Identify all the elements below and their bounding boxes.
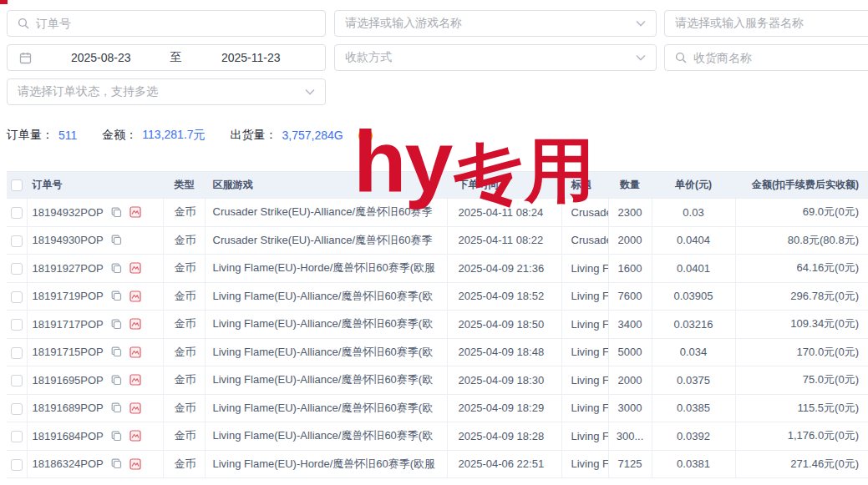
table-row[interactable]: 18194930POP 金币 Crusader Strike(EU)-Allia… xyxy=(7,226,868,255)
table-row[interactable]: 18194932POP 金币 Crusader Strike(EU)-Allia… xyxy=(7,199,868,227)
order-time-cell: 2025-04-06 22:51 xyxy=(447,450,561,478)
order-time-cell: 2025-04-09 18:48 xyxy=(447,338,561,366)
orders-table: 订单号类型区服游戏下单时间标题数量单价(元)金额(扣手续费后实收额) 18194… xyxy=(7,171,868,478)
server-name-select[interactable]: 请选择或输入服务器名称 xyxy=(664,10,868,37)
order-no-search-field[interactable] xyxy=(7,10,326,37)
order-number: 18194930POP xyxy=(33,234,104,246)
table-row[interactable]: 18191717POP 金币 Living Flame(EU)-Alliance… xyxy=(7,311,868,339)
volume-value: 3,757,284G xyxy=(282,129,343,142)
row-checkbox[interactable] xyxy=(11,235,23,247)
receipt-image-icon[interactable] xyxy=(129,374,141,386)
receipt-image-icon[interactable] xyxy=(129,430,141,442)
region-game-cell: Living Flame(EU)-Alliance/魔兽怀旧60赛季(欧 xyxy=(205,338,447,366)
help-question-icon[interactable]: ? xyxy=(358,129,373,143)
payment-method-placeholder: 收款方式 xyxy=(345,50,629,65)
copy-icon[interactable] xyxy=(111,402,122,413)
search-icon xyxy=(675,52,687,63)
amount-cell: 296.78元(0元) xyxy=(735,282,868,311)
region-game-cell: Living Flame(EU)-Horde/魔兽怀旧60赛季(欧服 xyxy=(205,450,447,478)
supplier-input[interactable] xyxy=(693,51,868,64)
copy-icon[interactable] xyxy=(111,235,122,245)
server-name-placeholder: 请选择或输入服务器名称 xyxy=(675,16,868,31)
copy-icon[interactable] xyxy=(111,375,122,386)
amount-cell: 75.0元(0元) xyxy=(735,366,868,395)
row-checkbox[interactable] xyxy=(11,431,23,442)
row-checkbox[interactable] xyxy=(11,263,23,275)
copy-icon[interactable] xyxy=(111,263,122,274)
table-row[interactable]: 18191715POP 金币 Living Flame(EU)-Alliance… xyxy=(7,338,868,366)
order-status-select[interactable]: 请选择订单状态，支持多选 xyxy=(7,78,326,105)
type-cell: 金币 xyxy=(163,199,205,227)
copy-icon[interactable] xyxy=(111,319,122,330)
copy-icon[interactable] xyxy=(111,290,122,301)
order-time-cell: 2025-04-11 08:22 xyxy=(447,226,561,255)
summary-stats: 订单量： 511 金额： 113,281.7元 出货量： 3,757,284G … xyxy=(7,127,373,144)
table-row[interactable]: 18191927POP 金币 Living Flame(EU)-Horde/魔兽… xyxy=(7,255,868,283)
title-cell: Living Flame xyxy=(561,450,608,478)
table-row[interactable]: 18191719POP 金币 Living Flame(EU)-Alliance… xyxy=(7,282,868,311)
order-time-cell: 2025-04-09 18:28 xyxy=(447,422,561,451)
row-checkbox[interactable] xyxy=(11,459,23,471)
row-checkbox[interactable] xyxy=(11,403,23,415)
copy-icon[interactable] xyxy=(111,458,122,469)
type-cell: 金币 xyxy=(163,450,205,478)
order-status-placeholder: 请选择订单状态，支持多选 xyxy=(18,84,298,99)
table-row[interactable]: 18191684POP 金币 Living Flame(EU)-Alliance… xyxy=(7,422,868,451)
row-checkbox[interactable] xyxy=(11,207,23,219)
type-cell: 金币 xyxy=(163,394,205,422)
column-header-order-time: 下单时间 xyxy=(447,172,561,199)
amount-value: 113,281.7元 xyxy=(142,128,205,143)
order-time-cell: 2025-04-09 18:52 xyxy=(447,282,561,311)
receipt-image-icon[interactable] xyxy=(129,262,141,274)
game-name-select[interactable]: 请选择或输入游戏名称 xyxy=(334,10,657,37)
table-row[interactable]: 18186324POP 金币 Living Flame(EU)-Horde/魔兽… xyxy=(7,450,868,478)
copy-icon[interactable] xyxy=(111,431,122,442)
title-cell: Living Flame xyxy=(561,422,608,451)
select-all-header-cell xyxy=(7,172,27,199)
region-game-cell: Living Flame(EU)-Alliance/魔兽怀旧60赛季(欧 xyxy=(205,394,447,422)
region-game-cell: Living Flame(EU)-Alliance/魔兽怀旧60赛季(欧 xyxy=(205,422,447,451)
date-end-value[interactable]: 2025-11-23 xyxy=(189,51,314,64)
title-cell: Living Flame xyxy=(561,394,608,422)
region-game-cell: Living Flame(EU)-Alliance/魔兽怀旧60赛季(欧 xyxy=(205,282,447,311)
receipt-image-icon[interactable] xyxy=(129,346,141,358)
quantity-cell: 2000 xyxy=(608,226,652,255)
date-range-picker[interactable]: 2025-08-23 至 2025-11-23 xyxy=(7,44,326,71)
select-all-checkbox[interactable] xyxy=(11,179,23,191)
date-start-value[interactable]: 2025-08-23 xyxy=(38,51,164,64)
title-cell: Crusader xyxy=(561,226,608,255)
order-number: 18191719POP xyxy=(33,290,104,302)
supplier-search-field[interactable] xyxy=(664,44,868,71)
quantity-cell: 3400 xyxy=(608,311,652,339)
copy-icon[interactable] xyxy=(111,207,122,218)
row-checkbox[interactable] xyxy=(11,291,23,303)
row-checkbox[interactable] xyxy=(11,319,23,331)
amount-cell: 109.34元(0元) xyxy=(735,311,868,339)
order-count-value: 511 xyxy=(58,129,77,142)
copy-icon[interactable] xyxy=(111,346,122,357)
receipt-image-icon[interactable] xyxy=(129,458,141,470)
column-header-amount: 金额(扣手续费后实收额) xyxy=(735,172,868,199)
receipt-image-icon[interactable] xyxy=(129,290,141,302)
amount-cell: 64.16元(0元) xyxy=(735,255,868,283)
order-number: 18191689POP xyxy=(33,402,104,414)
title-cell: Crusader xyxy=(561,199,608,227)
quantity-cell: 5000 xyxy=(608,338,652,366)
receipt-image-icon[interactable] xyxy=(129,206,141,218)
receipt-image-icon[interactable] xyxy=(129,318,141,330)
row-checkbox[interactable] xyxy=(11,347,23,359)
payment-method-select[interactable]: 收款方式 xyxy=(334,44,657,71)
unit-price-cell: 0.034 xyxy=(652,338,735,366)
receipt-image-icon[interactable] xyxy=(129,402,141,414)
type-cell: 金币 xyxy=(163,226,205,255)
table-row[interactable]: 18191689POP 金币 Living Flame(EU)-Alliance… xyxy=(7,394,868,422)
calendar-icon xyxy=(19,52,32,64)
order-number: 18186324POP xyxy=(33,457,104,470)
order-no-input[interactable] xyxy=(36,17,315,30)
quantity-cell: 300... xyxy=(608,422,652,451)
type-cell: 金币 xyxy=(163,422,205,451)
row-checkbox[interactable] xyxy=(11,375,23,386)
table-row[interactable]: 18191695POP 金币 Living Flame(EU)-Alliance… xyxy=(7,366,868,395)
date-separator: 至 xyxy=(170,50,182,65)
amount-cell: 1,176.0元(0元) xyxy=(735,422,868,451)
